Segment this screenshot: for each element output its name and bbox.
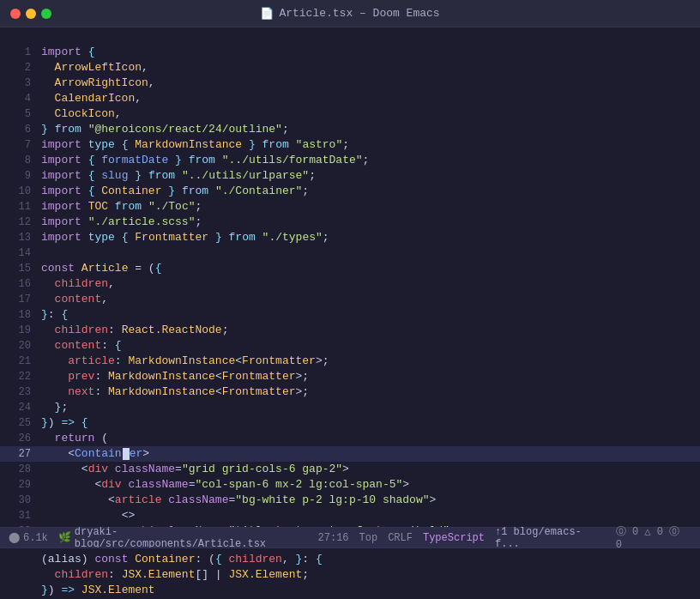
close-button[interactable] xyxy=(10,9,21,19)
code-line: 29 <div className="col-span-6 mx-2 lg:co… xyxy=(0,477,700,493)
file-icon: 📄 xyxy=(260,7,274,21)
mini-line: }) => JSX.Element xyxy=(7,583,693,598)
code-line: 6 } from "@heroicons/react/24/outline"; xyxy=(0,122,700,137)
editor-area: 1 import { 2 ArrowLeftIcon, 3 ArrowRight… xyxy=(0,27,700,599)
code-line xyxy=(0,29,700,45)
code-line: 8 import { formatDate } from "../utils/f… xyxy=(0,153,700,168)
code-line: 1 import { xyxy=(0,45,700,60)
code-line: 23 next: MarkdownInstance<Frontmatter>; xyxy=(0,384,700,400)
mini-line: (alias) const Container: ({ children, }:… xyxy=(7,552,693,567)
code-line: 28 <div className="grid grid-cols-6 gap-… xyxy=(0,462,700,477)
code-line: 7 import type { MarkdownInstance } from … xyxy=(0,137,700,153)
branch-icon: 🌿 xyxy=(58,531,71,544)
code-line: 10 import { Container } from "./Containe… xyxy=(0,184,700,199)
status-size-icon: ⬤ xyxy=(9,531,20,544)
code-line: 3 ArrowRightIcon, xyxy=(0,76,700,91)
code-line: 2 ArrowLeftIcon, xyxy=(0,60,700,76)
traffic-lights xyxy=(10,9,51,19)
status-mode: TypeScript xyxy=(423,532,485,544)
code-line: 22 prev: MarkdownInstance<Frontmatter>; xyxy=(0,369,700,384)
code-line: 13 import type { Frontmatter } from "./t… xyxy=(0,230,700,245)
code-line: 25 }) => { xyxy=(0,415,700,431)
code-line: 11 import TOC from "./Toc"; xyxy=(0,199,700,215)
status-encoding: CRLF xyxy=(388,532,413,544)
code-line: 24 }; xyxy=(0,400,700,415)
window-title: 📄 Article.tsx – Doom Emacs xyxy=(260,7,439,21)
code-editor[interactable]: 1 import { 2 ArrowLeftIcon, 3 ArrowRight… xyxy=(0,27,700,527)
code-line: 30 <article className="bg-white p-2 lg:p… xyxy=(0,493,700,508)
code-line: 12 import "./article.scss"; xyxy=(0,215,700,230)
title-label: Article.tsx – Doom Emacs xyxy=(279,7,439,20)
mini-line: children: JSX.Element[] | JSX.Element; xyxy=(7,567,693,583)
maximize-button[interactable] xyxy=(41,9,51,19)
status-branch-item: 🌿 dryaki-blog/src/components/Article.tsx xyxy=(58,526,308,550)
status-topbottom: Top xyxy=(359,532,378,544)
minimize-button[interactable] xyxy=(26,9,36,19)
code-line: 4 CalendarIcon, xyxy=(0,91,700,106)
code-line: 19 children: React.ReactNode; xyxy=(0,323,700,338)
code-line: 21 article: MarkdownInstance<Frontmatter… xyxy=(0,354,700,369)
code-line: 14 xyxy=(0,245,700,261)
code-line: 9 import { slug } from "../utils/urlpars… xyxy=(0,168,700,184)
code-line: 31 <> xyxy=(0,508,700,523)
status-position: 27:16 xyxy=(318,532,349,544)
app-window: 📄 Article.tsx – Doom Emacs 1 import { 2 … xyxy=(0,0,700,599)
mini-buffer: (alias) const Container: ({ children, }:… xyxy=(0,548,700,599)
status-bar: ⬤ 6.1k 🌿 dryaki-blog/src/components/Arti… xyxy=(0,527,700,548)
status-size: ⬤ 6.1k xyxy=(9,531,48,544)
code-line: 18 }: { xyxy=(0,307,700,323)
code-line: 20 content: { xyxy=(0,338,700,354)
status-git: ↑1 blog/emacs-f... xyxy=(495,526,606,550)
code-line-current: 27 <Container> xyxy=(0,446,700,462)
code-line: 17 content, xyxy=(0,292,700,307)
code-line: 5 ClockIcon, xyxy=(0,106,700,122)
code-line: 26 return ( xyxy=(0,431,700,446)
code-line: 16 children, xyxy=(0,276,700,292)
code-line: 15 const Article = ({ xyxy=(0,261,700,276)
title-bar: 📄 Article.tsx – Doom Emacs xyxy=(0,0,700,27)
